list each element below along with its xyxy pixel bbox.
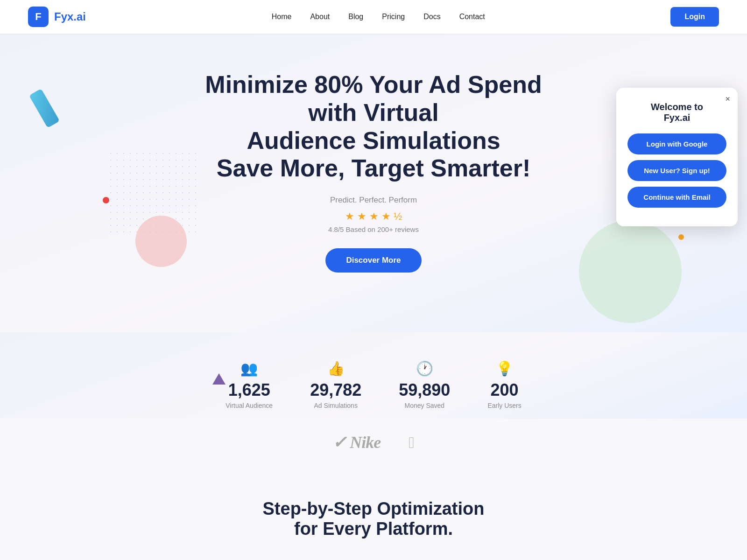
orange-dot-decoration <box>678 234 684 240</box>
stat-item-2: 🕐59,890Money Saved <box>399 360 450 409</box>
nav-link-blog[interactable]: Blog <box>348 13 363 21</box>
nav-link-docs[interactable]: Docs <box>423 13 440 21</box>
triangle-decoration <box>212 373 226 385</box>
stat-number-2: 59,890 <box>399 380 450 400</box>
nav-links: HomeAboutBlogPricingDocsContact <box>272 13 485 21</box>
stat-number-3: 200 <box>487 380 521 400</box>
green-blob-decoration <box>579 220 682 323</box>
hero-subtitle: Predict. Perfect. Perform <box>191 196 556 205</box>
nav-link-contact[interactable]: Contact <box>459 13 485 21</box>
brand-icon: F <box>28 7 49 27</box>
stat-item-1: 👍29,782Ad Simulations <box>310 360 361 409</box>
pink-circle-decoration <box>135 216 187 267</box>
login-google-button[interactable]: Login with Google <box>627 133 726 154</box>
brand-link[interactable]: F Fyx.ai <box>28 7 86 27</box>
reviews-text: 4.8/5 Based on 200+ reviews <box>191 225 556 233</box>
red-dot-decoration <box>103 197 109 203</box>
popup-title: Welcome toFyx.ai <box>627 102 726 123</box>
stat-icon-2: 🕐 <box>399 360 450 377</box>
hero-content: Minimize 80% Your Ad Spend with Virtual … <box>191 71 556 273</box>
stat-icon-0: 👥 <box>226 360 273 377</box>
stat-item-0: 👥1,625Virtual Audience <box>226 360 273 409</box>
stat-label-2: Money Saved <box>399 402 450 409</box>
continue-email-button[interactable]: Continue with Email <box>627 187 726 208</box>
hero-title: Minimize 80% Your Ad Spend with Virtual … <box>191 71 556 182</box>
signup-button[interactable]: New User? Sign up! <box>627 160 726 181</box>
nav-link-pricing[interactable]: Pricing <box>382 13 405 21</box>
nav-link-about[interactable]: About <box>310 13 330 21</box>
brand-name: Fyx.ai <box>54 10 86 23</box>
popup-close-button[interactable]: × <box>725 94 730 104</box>
stat-icon-3: 💡 <box>487 360 521 377</box>
login-popup: × Welcome toFyx.ai Login with Google New… <box>616 88 738 226</box>
navbar: F Fyx.ai HomeAboutBlogPricingDocsContact… <box>0 0 747 34</box>
section2: Step-by-Step Optimization for Every Plat… <box>0 471 747 560</box>
apple-logo:  <box>409 434 414 452</box>
stat-icon-1: 👍 <box>310 360 361 377</box>
stat-label-0: Virtual Audience <box>226 402 273 409</box>
brands-row: ✓ Nike  <box>0 419 747 471</box>
stat-label-3: Early Users <box>487 402 521 409</box>
nike-logo: ✓ Nike <box>332 433 381 452</box>
stat-number-0: 1,625 <box>226 380 273 400</box>
nav-link-home[interactable]: Home <box>272 13 292 21</box>
stat-number-1: 29,782 <box>310 380 361 400</box>
section2-title: Step-by-Step Optimization for Every Plat… <box>28 499 719 539</box>
discover-button[interactable]: Discover More <box>325 248 421 273</box>
stars: ★ ★ ★ ★ ½ <box>191 210 556 223</box>
stat-item-3: 💡200Early Users <box>487 360 521 409</box>
stats-row: 👥1,625Virtual Audience👍29,782Ad Simulati… <box>0 332 747 419</box>
stat-label-1: Ad Simulations <box>310 402 361 409</box>
pencil-decoration <box>29 89 60 128</box>
login-button[interactable]: Login <box>670 7 719 27</box>
